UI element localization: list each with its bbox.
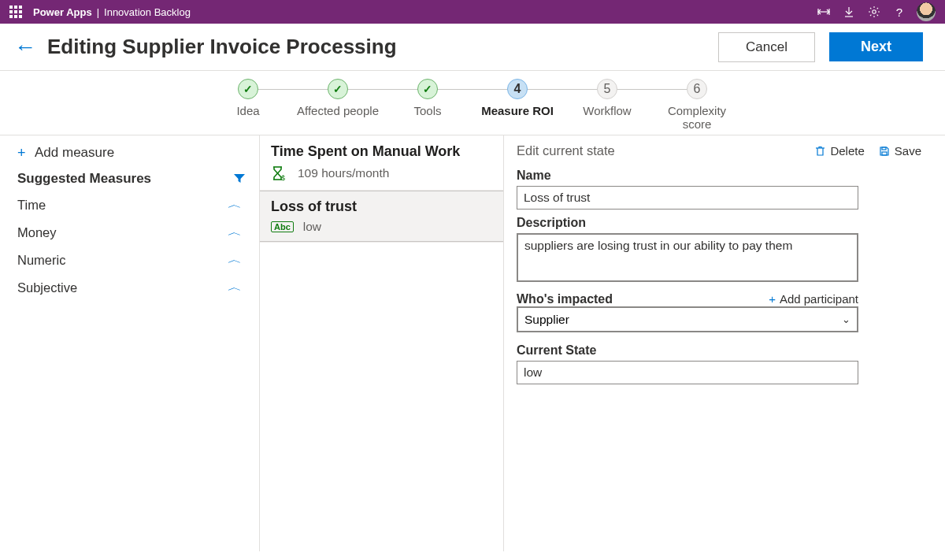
category-subjective[interactable]: Subjective ︿ xyxy=(0,274,259,302)
back-arrow-icon[interactable]: ← xyxy=(14,35,36,60)
category-label: Subjective xyxy=(17,280,77,295)
category-label: Numeric xyxy=(17,253,65,268)
help-icon[interactable]: ? xyxy=(887,0,912,24)
add-participant-label: Add participant xyxy=(780,292,858,306)
fit-icon[interactable] xyxy=(811,0,836,24)
trash-icon xyxy=(815,146,825,157)
svg-point-5 xyxy=(873,10,876,13)
measure-title: Time Spent on Manual Work xyxy=(271,143,492,160)
measure-title: Loss of trust xyxy=(271,198,492,215)
step-label: Measure ROI xyxy=(481,104,554,117)
measure-card-time-spent[interactable]: Time Spent on Manual Work $ 109 hours/mo… xyxy=(260,135,503,191)
main-area: + Add measure Suggested Measures Time ︿ … xyxy=(0,135,945,551)
impact-select[interactable]: Supplier xyxy=(517,306,858,332)
settings-icon[interactable] xyxy=(862,0,887,24)
save-button[interactable]: Save xyxy=(879,144,921,158)
suggested-measures-title: Suggested Measures xyxy=(17,171,151,187)
category-money[interactable]: Money ︿ xyxy=(0,219,259,247)
suggested-measures-header: Suggested Measures xyxy=(0,166,259,191)
page-title: Editing Supplier Invoice Processing xyxy=(47,35,718,59)
step-number: 6 xyxy=(694,82,701,96)
brand-divider: | xyxy=(97,6,99,18)
brand-label: Power Apps xyxy=(33,6,92,18)
svg-marker-6 xyxy=(234,174,245,183)
measure-card-loss-of-trust[interactable]: Loss of trust Abc low xyxy=(260,191,503,243)
description-label: Description xyxy=(517,216,921,230)
measure-list: Time Spent on Manual Work $ 109 hours/mo… xyxy=(260,135,504,551)
user-avatar[interactable] xyxy=(917,2,936,21)
name-input[interactable] xyxy=(517,186,858,210)
chevron-up-icon: ︿ xyxy=(228,198,242,212)
step-label: Complexity score xyxy=(652,104,742,132)
wizard-stepper: ✓ Idea ✓ Affected people ✓ Tools 4 Measu… xyxy=(0,71,945,135)
step-label: Workflow xyxy=(583,104,631,117)
impact-label: Who's impacted xyxy=(517,292,613,306)
next-button[interactable]: Next xyxy=(829,32,923,61)
step-idea[interactable]: ✓ Idea xyxy=(203,79,293,132)
description-input[interactable]: suppliers are losing trust in our abilit… xyxy=(517,233,858,282)
svg-rect-9 xyxy=(882,152,887,155)
step-label: Tools xyxy=(413,104,441,117)
edit-panel: Edit current state Delete Save Name Desc… xyxy=(504,135,945,551)
category-label: Time xyxy=(17,198,46,213)
add-measure-label: Add measure xyxy=(35,145,114,161)
step-workflow[interactable]: 5 Workflow xyxy=(562,79,652,132)
save-icon xyxy=(879,146,890,157)
download-icon[interactable] xyxy=(836,0,862,24)
plus-icon: + xyxy=(17,145,35,161)
filter-icon[interactable] xyxy=(234,174,245,184)
category-time[interactable]: Time ︿ xyxy=(0,191,259,219)
cancel-button[interactable]: Cancel xyxy=(718,32,815,62)
system-topbar: Power Apps | Innovation Backlog ? xyxy=(0,0,945,24)
delete-button[interactable]: Delete xyxy=(815,144,864,158)
measure-value: 109 hours/month xyxy=(298,166,389,180)
edit-state-heading: Edit current state xyxy=(517,143,801,158)
step-tools[interactable]: ✓ Tools xyxy=(383,79,472,132)
abc-icon: Abc xyxy=(271,221,294,232)
add-measure-button[interactable]: + Add measure xyxy=(0,142,259,166)
app-name-label: Innovation Backlog xyxy=(104,6,191,18)
step-number: 5 xyxy=(604,82,611,96)
page-header: ← Editing Supplier Invoice Processing Ca… xyxy=(0,24,945,71)
step-affected-people[interactable]: ✓ Affected people xyxy=(293,79,383,132)
name-label: Name xyxy=(517,169,921,183)
svg-text:$: $ xyxy=(281,174,285,182)
measures-sidebar: + Add measure Suggested Measures Time ︿ … xyxy=(0,135,260,551)
check-icon: ✓ xyxy=(423,83,432,95)
check-icon: ✓ xyxy=(243,83,253,95)
current-state-label: Current State xyxy=(517,343,921,358)
current-state-input[interactable] xyxy=(517,361,858,384)
chevron-up-icon: ︿ xyxy=(228,225,242,239)
category-label: Money xyxy=(17,225,57,240)
plus-icon: + xyxy=(769,292,776,306)
add-participant-button[interactable]: + Add participant xyxy=(769,292,858,306)
step-label: Idea xyxy=(236,104,259,117)
check-icon: ✓ xyxy=(333,83,343,95)
waffle-icon[interactable] xyxy=(9,6,22,18)
save-label: Save xyxy=(895,144,921,158)
step-measure-roi[interactable]: 4 Measure ROI xyxy=(472,79,562,132)
chevron-up-icon: ︿ xyxy=(228,280,242,295)
svg-rect-8 xyxy=(882,147,886,150)
delete-label: Delete xyxy=(830,144,864,158)
step-label: Affected people xyxy=(297,104,379,117)
step-complexity-score[interactable]: 6 Complexity score xyxy=(652,79,742,132)
chevron-up-icon: ︿ xyxy=(228,253,242,267)
hourglass-icon: $ xyxy=(271,165,288,182)
measure-value: low xyxy=(303,220,321,234)
step-number: 4 xyxy=(514,82,521,96)
category-numeric[interactable]: Numeric ︿ xyxy=(0,247,259,274)
